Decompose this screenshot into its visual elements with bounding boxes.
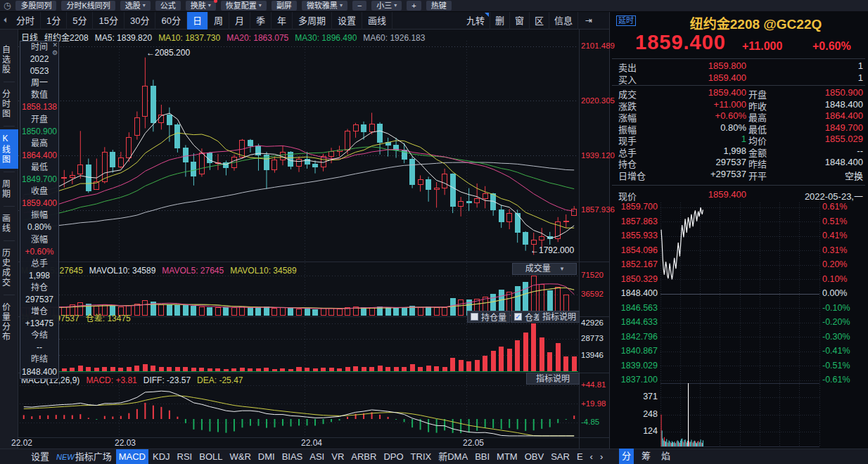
mini-tab-minute[interactable]: 分	[619, 449, 634, 464]
menubar-item-formula[interactable]: 公式	[155, 1, 181, 11]
time-axis-label: 22.04	[301, 438, 322, 448]
chevron-down-icon: ▾	[259, 3, 262, 8]
menubar-item-multi-stock-grid[interactable]: 多股同列	[15, 1, 56, 11]
sidebar-item-period[interactable]: 周期	[0, 175, 18, 203]
sidebar-item-drawing[interactable]: 画线	[0, 210, 18, 238]
tab-label: 新DMA	[438, 451, 468, 462]
toolbar-tf-day[interactable]: 日	[187, 12, 208, 30]
menubar-item-secondary-screen[interactable]: 副屏	[272, 1, 297, 11]
tab-asi[interactable]: ASI	[307, 449, 327, 464]
tooltip-row: 收盘	[20, 186, 58, 198]
sidebar-divider	[4, 82, 15, 82]
axis-label: 2101.489	[581, 41, 609, 50]
tab-bias[interactable]: BIAS	[279, 449, 306, 464]
close-icon[interactable]: ✕	[52, 41, 58, 49]
toolbar-tf-quarter[interactable]: 季	[250, 12, 272, 30]
volume-indicator-dropdown[interactable]: 成交量 ▾	[512, 263, 577, 275]
tab-prev[interactable]: ‹	[587, 449, 596, 464]
sidebar-item-time-chart[interactable]: 分时图	[0, 85, 18, 123]
tool-window[interactable]: 窗	[510, 12, 530, 30]
low-annotation: ←1792.000	[530, 245, 574, 255]
tab-boll[interactable]: BOLL	[196, 449, 225, 464]
tool-delete[interactable]: 删	[490, 12, 510, 30]
tab-wr[interactable]: W&R	[226, 449, 253, 464]
tab-vr[interactable]: VR	[328, 449, 347, 464]
toolbar-tf-month[interactable]: 月	[229, 12, 250, 30]
toolbar-tf-1m[interactable]: 1分	[41, 12, 67, 30]
tab-settings[interactable]: 设置	[28, 449, 52, 464]
sidebar-item-kline-chart[interactable]: K线图	[0, 129, 18, 169]
menubar-item-font-smaller[interactable]: −	[352, 1, 366, 11]
macd-indicator-help-button[interactable]: 指标说明	[526, 373, 580, 385]
tab-bbi[interactable]: BBI	[472, 449, 492, 464]
quote-value: 0.80%	[669, 122, 746, 133]
toolbar-tf-15m[interactable]: 15分	[93, 12, 124, 30]
intraday-pct-label: -0.61%	[822, 375, 850, 385]
tab-label: SAR	[551, 451, 570, 462]
mini-tab-flame[interactable]: 焰	[658, 449, 673, 464]
menubar-item-restore-config[interactable]: 恢复配置▾	[221, 1, 267, 11]
tab-newdma[interactable]: 新DMA	[435, 449, 471, 464]
mini-tab-chips[interactable]: 筹	[639, 449, 653, 464]
menubar-item-font-larger[interactable]: +	[407, 1, 421, 11]
tab-arbr[interactable]: ARBR	[348, 449, 379, 464]
quote-value: --	[786, 146, 863, 156]
toolbar-tf-minute[interactable]: 分时	[11, 12, 41, 30]
tab-dmi[interactable]: DMI	[255, 449, 278, 464]
toolbar-tf-60m[interactable]: 60分	[155, 12, 186, 30]
tab-obv[interactable]: OBV	[522, 449, 547, 464]
menubar-item-label: 微软雅黑	[307, 1, 338, 11]
collapse-left-icon[interactable]: ⏴	[0, 16, 11, 25]
menubar-item-hotkeys[interactable]: 热键	[426, 1, 452, 11]
tab-e[interactable]: E	[574, 449, 586, 464]
toolbar-tf-5m[interactable]: 5分	[67, 12, 93, 30]
tab-trix[interactable]: TRIX	[408, 449, 435, 464]
menubar-item-font-size[interactable]: 小三▾	[371, 1, 402, 11]
oi-checkbox-group: 持仓量	[467, 311, 510, 323]
kline-chart-region[interactable]: 日线纽约金2208MA5: 1839.820MA10: 1837.730MA20…	[18, 30, 609, 449]
sidebar-item-history-trades[interactable]: 历史成交	[0, 244, 18, 292]
toolbar-end-arrow-icon[interactable]: ⇥	[585, 12, 592, 30]
oi-checkbox-unchecked[interactable]	[471, 313, 478, 321]
axis-label: 1857.936	[581, 205, 609, 214]
menubar-item-time-kline-grid[interactable]: 分时K线同列	[61, 1, 115, 11]
toolbar-tf-multi[interactable]: 多周期	[293, 12, 332, 30]
oi-diff-checkbox-checked[interactable]: ✓	[514, 313, 522, 321]
menubar-item-label: 热键	[431, 1, 447, 11]
tab-label: ARBR	[351, 451, 376, 462]
sidebar-divider	[4, 126, 15, 127]
tab-next[interactable]: ›	[597, 449, 606, 464]
tab-macd[interactable]: MACD	[116, 449, 148, 464]
quote-label: 日增仓	[618, 169, 646, 182]
tab-mtm[interactable]: MTM	[494, 449, 521, 464]
toolbar-tf-draw[interactable]: 画线	[362, 12, 392, 30]
timeframe-items: 分时1分5分15分30分60分日周月季年多周期设置画线	[11, 12, 392, 30]
menubar-item-skin[interactable]: 换肤▾	[186, 1, 216, 11]
sidebar-item-price-volume-dist[interactable]: 价量分布	[0, 298, 18, 346]
clock-icon[interactable]: ◷	[4, 1, 11, 10]
tool-nine-turn[interactable]: 九转	[461, 12, 490, 30]
tab-rsi[interactable]: RSI	[174, 449, 196, 464]
toolbar-tf-week[interactable]: 周	[208, 12, 229, 30]
gear-icon[interactable]: ⚙	[52, 49, 58, 56]
panel-divider	[612, 85, 865, 86]
quote-value: +297537	[669, 169, 746, 179]
menubar-item-font-select[interactable]: 微软雅黑▾	[302, 1, 347, 11]
instrument-title[interactable]: 纽约金2208 @GC22Q	[649, 13, 862, 32]
tab-kdj[interactable]: KDJ	[150, 449, 173, 464]
macd-header-seg: DIFF: -23.57	[143, 375, 191, 385]
tab-dpo[interactable]: DPO	[381, 449, 406, 464]
tab-indicator-plaza[interactable]: NEW指标广场	[53, 449, 115, 464]
kline-header-seg: MA60: 1926.183	[363, 33, 425, 43]
menubar-item-stock-picker[interactable]: 选股▾	[120, 1, 151, 11]
toolbar-tf-30m[interactable]: 30分	[125, 12, 155, 30]
tool-info[interactable]: 信息	[549, 12, 578, 30]
sidebar-item-watchlist[interactable]: 自选股	[0, 41, 18, 79]
tab-sar[interactable]: SAR	[548, 449, 573, 464]
oi-indicator-help-button[interactable]: 指标说明	[539, 311, 580, 323]
toolbar-tf-settings[interactable]: 设置	[332, 12, 362, 30]
tool-zone[interactable]: 区	[530, 12, 549, 30]
quote-value: 1850.900	[786, 87, 863, 98]
toolbar-tf-year[interactable]: 年	[272, 12, 293, 30]
tooltip-row: 1849.700	[20, 174, 58, 186]
